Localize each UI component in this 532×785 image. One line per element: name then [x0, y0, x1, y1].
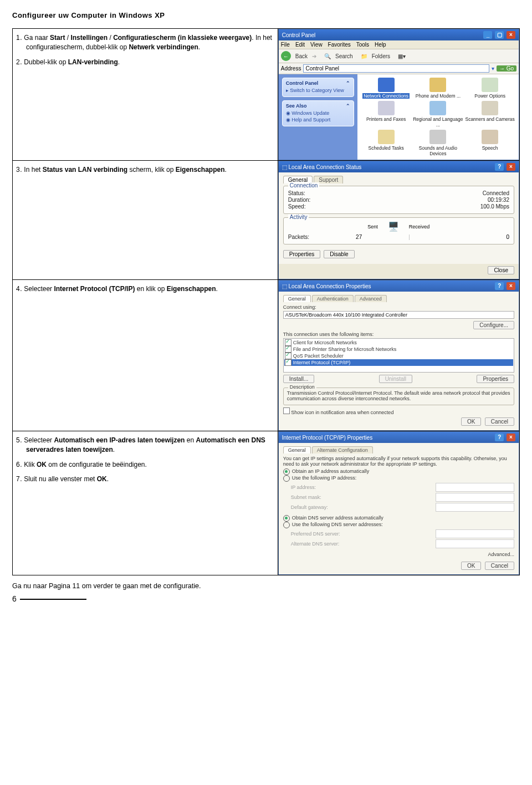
radio-auto-ip[interactable]: Obtain an IP address automatically	[283, 468, 514, 475]
items-listbox[interactable]: Client for Microsoft Networks File and P…	[283, 338, 514, 373]
side-controlpanel-box: Control Panel⌃ ▸ Switch to Category View	[282, 78, 354, 97]
help-icon[interactable]: ?	[495, 434, 504, 441]
close-icon[interactable]: ×	[507, 163, 515, 171]
properties-button[interactable]: Properties	[477, 375, 514, 383]
item-qos[interactable]: QoS Packet Scheduler	[284, 353, 513, 359]
cancel-button[interactable]: Cancel	[485, 562, 514, 570]
tab-general[interactable]: General	[283, 295, 311, 302]
radio-manual-ip[interactable]: Use the following IP address:	[283, 475, 514, 482]
step-2: 2. Dubbel-klik op LAN-verbinding.	[16, 58, 274, 67]
collapse-icon[interactable]: ⌃	[346, 80, 350, 86]
help-icon[interactable]: ?	[495, 282, 504, 290]
status-value: Connected	[483, 190, 509, 196]
cancel-button[interactable]: Cancel	[485, 417, 514, 426]
close-icon[interactable]: ×	[507, 31, 515, 39]
item-printers-faxes[interactable]: Printers and Faxes	[361, 101, 412, 128]
search-label[interactable]: Search	[335, 53, 353, 59]
item-regional-language[interactable]: Regional and Language ...	[413, 101, 464, 128]
ok-button[interactable]: OK	[461, 417, 481, 426]
tcpip-titlebar[interactable]: Internet Protocol (TCP/IP) Properties ? …	[279, 432, 519, 443]
checkbox-icon[interactable]	[285, 359, 291, 366]
radio-manual-dns[interactable]: Use the following DNS server addresses:	[283, 522, 514, 528]
tab-authentication[interactable]: Authentication	[312, 295, 354, 302]
item-client-msnet[interactable]: Client for Microsoft Networks	[284, 339, 513, 346]
item-power-options[interactable]: Power Options	[464, 78, 515, 99]
close-icon[interactable]: ×	[507, 282, 515, 290]
radio-icon[interactable]	[283, 515, 290, 522]
cell-instructions-2: 3. In het Status van LAN verbinding sche…	[13, 161, 278, 280]
adapter-field	[283, 311, 514, 319]
seealso-help-support[interactable]: ◉ Help and Support	[286, 117, 350, 123]
packets-sent: 27	[309, 234, 408, 240]
menu-favorites[interactable]: Favorites	[328, 42, 351, 48]
lan-props-titlebar[interactable]: ⬚ Local Area Connection Properties ? ×	[279, 281, 519, 292]
menu-help[interactable]: Help	[375, 42, 386, 48]
search-icon[interactable]: 🔍	[324, 53, 331, 59]
help-icon[interactable]: ?	[495, 163, 504, 171]
tab-altconfig[interactable]: Alternate Configuration	[312, 446, 373, 453]
close-row: Close	[279, 264, 519, 279]
close-icon[interactable]: ×	[507, 434, 515, 441]
step-7: 7. Sluit nu alle venster met OK.	[16, 475, 274, 484]
side-seealso-box: See Also⌃ ◉ Windows Update ◉ Help and Su…	[282, 100, 354, 126]
duration-value: 00:19:32	[488, 197, 509, 203]
disable-button[interactable]: Disable	[324, 250, 354, 258]
go-button[interactable]: → Go	[497, 65, 516, 72]
activity-icon: 🖥️	[388, 221, 399, 232]
item-sounds-audio[interactable]: Sounds and Audio Devices	[413, 130, 464, 156]
install-button[interactable]: Install...	[283, 375, 314, 383]
advanced-button[interactable]: Advanced...	[488, 552, 514, 557]
switch-category-link[interactable]: ▸ Switch to Category View	[286, 88, 350, 93]
address-dropdown-icon[interactable]: ▾	[492, 65, 494, 72]
radio-icon[interactable]	[283, 475, 290, 482]
item-scheduled-tasks[interactable]: Scheduled Tasks	[361, 130, 412, 156]
address-label: Address	[281, 65, 301, 72]
back-label[interactable]: Back	[295, 53, 308, 59]
radio-icon[interactable]	[283, 522, 290, 528]
minimize-icon[interactable]: _	[483, 31, 492, 39]
item-scanners-cameras[interactable]: Scanners and Cameras	[464, 101, 515, 128]
configure-button[interactable]: Configure...	[473, 321, 514, 329]
radio-auto-dns[interactable]: Obtain DNS server address automatically	[283, 515, 514, 522]
speed-value: 100.0 Mbps	[480, 203, 509, 210]
ok-button[interactable]: OK	[461, 562, 481, 570]
lan-status-titlebar[interactable]: ⬚ Local Area Connection Status ? ×	[279, 161, 519, 172]
seealso-windows-update[interactable]: ◉ Windows Update	[286, 110, 350, 116]
menu-tools[interactable]: Tools	[356, 42, 369, 48]
tab-advanced[interactable]: Advanced	[355, 295, 387, 302]
close-button[interactable]: Close	[488, 266, 514, 274]
views-icon[interactable]: ▦▾	[398, 53, 406, 59]
item-network-connections[interactable]: Network Connections	[361, 78, 412, 99]
back-icon[interactable]: ←	[281, 51, 291, 61]
radio-icon[interactable]	[283, 468, 290, 475]
menu-view[interactable]: View	[310, 42, 323, 48]
window-title: Control Panel	[282, 32, 316, 38]
item-phone-modem[interactable]: Phone and Modem ...	[413, 78, 464, 99]
folders-label[interactable]: Folders	[372, 53, 390, 59]
item-tcpip[interactable]: Internet Protocol (TCP/IP)	[284, 359, 513, 366]
regional-icon	[429, 101, 446, 115]
control-panel-titlebar[interactable]: Control Panel _ ▢ ×	[279, 29, 519, 40]
tabs: General Alternate Configuration	[283, 446, 514, 453]
pdns-row: Preferred DNS server:	[291, 529, 514, 538]
window-title: Internet Protocol (TCP/IP) Properties	[282, 435, 372, 441]
collapse-icon[interactable]: ⌃	[346, 103, 350, 109]
window-controls: _ ▢ ×	[482, 31, 515, 39]
side-seealso-title: See Also	[286, 103, 307, 109]
item-file-printer-sharing[interactable]: File and Printer Sharing for Microsoft N…	[284, 346, 513, 353]
network-connections-icon	[378, 78, 395, 92]
speed-label: Speed:	[288, 203, 306, 210]
folders-icon[interactable]: 📁	[361, 53, 367, 59]
menu-file[interactable]: File	[281, 42, 290, 48]
install-row: Install... Uninstall Properties	[283, 373, 514, 385]
properties-button[interactable]: Properties	[283, 250, 321, 258]
tab-general[interactable]: General	[283, 446, 311, 453]
lan-props-window: ⬚ Local Area Connection Properties ? × G…	[278, 280, 519, 431]
show-icon-row[interactable]: Show icon in notification area when conn…	[283, 407, 514, 415]
item-speech[interactable]: Speech	[464, 130, 515, 156]
adns-input	[436, 539, 514, 548]
address-input[interactable]	[303, 64, 489, 73]
maximize-icon[interactable]: ▢	[495, 31, 504, 39]
menu-edit[interactable]: Edit	[295, 42, 305, 48]
checkbox-icon[interactable]	[283, 407, 290, 414]
